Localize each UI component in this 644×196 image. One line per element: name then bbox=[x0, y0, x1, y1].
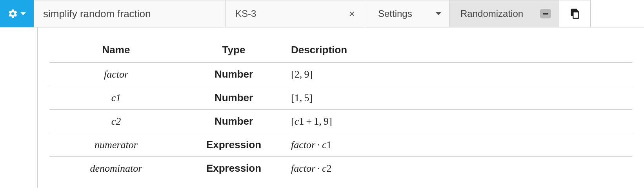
randomization-panel: Name Type Description factorNumber[2, 9]… bbox=[37, 27, 644, 188]
question-title-input[interactable]: simplify random fraction bbox=[34, 0, 226, 27]
header-type: Type bbox=[183, 39, 285, 63]
collapse-icon bbox=[540, 9, 551, 18]
table-row[interactable]: c2Number[c1 + 1, 9] bbox=[49, 110, 632, 133]
variable-description: [1, 5] bbox=[285, 86, 632, 110]
variable-type: Number bbox=[183, 110, 285, 133]
variable-description: factor · c2 bbox=[285, 157, 632, 180]
tag-label: KS-3 bbox=[235, 8, 256, 19]
variable-name: c1 bbox=[49, 86, 183, 110]
duplicate-button[interactable] bbox=[559, 0, 591, 27]
variable-name: factor bbox=[49, 63, 183, 86]
chevron-down-icon bbox=[20, 12, 26, 15]
table-row[interactable]: numeratorExpressionfactor · c1 bbox=[49, 133, 632, 157]
chevron-down-icon bbox=[436, 12, 441, 15]
variable-type: Expression bbox=[183, 133, 285, 157]
svg-rect-2 bbox=[573, 12, 579, 18]
tag-chip[interactable]: KS-3 × bbox=[226, 0, 367, 27]
variable-description: [2, 9] bbox=[285, 63, 632, 86]
table-row[interactable]: denominatorExpressionfactor · c2 bbox=[49, 157, 632, 180]
header-description: Description bbox=[285, 39, 632, 63]
variables-table: Name Type Description factorNumber[2, 9]… bbox=[49, 39, 632, 180]
variable-description: [c1 + 1, 9] bbox=[285, 110, 632, 133]
settings-label: Settings bbox=[378, 8, 412, 19]
table-header-row: Name Type Description bbox=[49, 39, 632, 63]
randomization-label: Randomization bbox=[460, 8, 523, 19]
table-row[interactable]: c1Number[1, 5] bbox=[49, 86, 632, 110]
variable-name: denominator bbox=[49, 157, 183, 180]
copy-icon bbox=[569, 8, 580, 19]
gear-icon bbox=[8, 9, 18, 19]
settings-dropdown[interactable]: Settings bbox=[367, 0, 449, 27]
header-name: Name bbox=[49, 39, 183, 63]
close-icon[interactable]: × bbox=[347, 8, 357, 20]
variable-description: factor · c1 bbox=[285, 133, 632, 157]
table-row[interactable]: factorNumber[2, 9] bbox=[49, 63, 632, 86]
question-title-text: simplify random fraction bbox=[43, 8, 151, 20]
variable-type: Number bbox=[183, 63, 285, 86]
variable-name: numerator bbox=[49, 133, 183, 157]
randomization-panel-toggle[interactable]: Randomization bbox=[449, 0, 559, 27]
options-menu-button[interactable] bbox=[0, 0, 34, 27]
toolbar: simplify random fraction KS-3 × Settings… bbox=[0, 0, 644, 27]
variable-type: Expression bbox=[183, 157, 285, 180]
variable-name: c2 bbox=[49, 110, 183, 133]
variable-type: Number bbox=[183, 86, 285, 110]
